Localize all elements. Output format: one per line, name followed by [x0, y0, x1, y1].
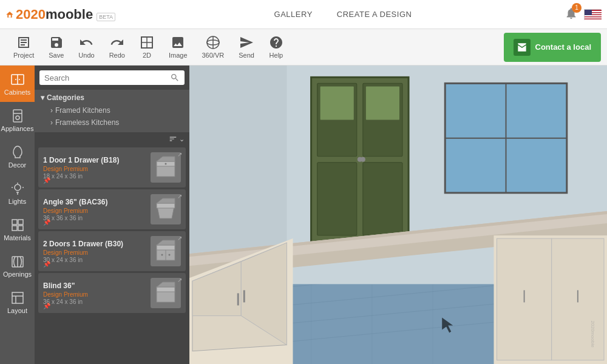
header: 2020mooble BETA GALLERY CREATE A DESIGN …	[0, 0, 607, 29]
svg-marker-43	[157, 198, 175, 203]
materials-label: Materials	[4, 234, 31, 241]
list-item[interactable]: Angle 36" (BAC36) Design Premium 36 x 36…	[38, 189, 186, 229]
item-pin-icon: 📌	[43, 303, 50, 309]
save-button[interactable]: Save	[41, 33, 71, 61]
cabinet-thumbnail	[154, 281, 178, 305]
nav-links: GALLERY CREATE A DESIGN	[121, 10, 565, 19]
svg-rect-8	[585, 10, 592, 15]
item-info: 2 Doors 1 Drawer (B30) Design Premium 30…	[43, 240, 146, 263]
svg-rect-1	[8, 15, 11, 17]
svg-rect-5	[585, 15, 602, 16]
item-thumbnail	[151, 236, 181, 266]
svg-marker-49	[157, 240, 175, 245]
cabinet-thumbnail	[154, 197, 178, 221]
svg-point-39	[165, 163, 167, 165]
svg-rect-28	[12, 220, 17, 224]
gallery-nav[interactable]: GALLERY	[274, 10, 313, 19]
category-frameless-label: Frameless Kitchens	[55, 118, 119, 127]
3d-view[interactable]: 2020mooble	[189, 66, 607, 364]
search-icon[interactable]	[170, 73, 180, 83]
svg-rect-6	[585, 17, 602, 18]
project-icon	[16, 35, 31, 50]
item-arrow-icon: ↗	[177, 193, 182, 200]
svg-rect-70	[317, 163, 357, 235]
sidebar-item-appliances[interactable]: Appliances	[0, 102, 35, 138]
item-badge: Design Premium	[43, 291, 146, 298]
list-item[interactable]: Blind 36" Design Premium 36 x 24 x 36 in…	[38, 273, 186, 313]
notification-badge[interactable]: 1	[565, 7, 578, 22]
sort-label: ⌄	[179, 135, 185, 143]
help-label: Help	[270, 52, 283, 59]
sort-icon	[169, 135, 177, 143]
search-input[interactable]	[44, 73, 166, 83]
svg-point-22	[15, 184, 21, 190]
logo-icon	[6, 6, 13, 23]
openings-icon	[10, 254, 25, 269]
image-icon	[171, 35, 185, 50]
appliances-label: Appliances	[1, 125, 34, 132]
sidebar-item-decor[interactable]: Decor	[0, 138, 35, 175]
send-label: Send	[239, 52, 254, 59]
lights-icon	[10, 181, 25, 196]
svg-rect-71	[363, 163, 402, 235]
item-name: Angle 36" (BAC36)	[43, 198, 146, 206]
svg-rect-51	[157, 287, 175, 292]
svg-rect-30	[12, 226, 17, 231]
list-item[interactable]: 2 Doors 1 Drawer (B30) Design Premium 30…	[38, 231, 186, 271]
svg-rect-31	[18, 226, 23, 231]
redo-button[interactable]: Redo	[102, 33, 132, 61]
logo-text: 2020mooble	[16, 7, 93, 22]
help-icon	[269, 35, 283, 50]
2d-label: 2D	[143, 52, 151, 59]
toolbar: Project Save Undo Redo 2D Image 360/VR S…	[0, 29, 607, 66]
item-info: Blind 36" Design Premium 36 x 24 x 36 in	[43, 281, 146, 305]
category-framed-kitchens[interactable]: › Framed Kitchens	[41, 104, 183, 116]
svg-rect-7	[585, 19, 602, 21]
redo-label: Redo	[109, 52, 125, 59]
svg-rect-34	[12, 292, 23, 303]
items-list: 1 Door 1 Drawer (B18) Design Premium 18 …	[35, 146, 189, 364]
sidebar-item-openings[interactable]: Openings	[0, 248, 35, 284]
item-arrow-icon: ↗	[177, 235, 182, 241]
us-flag	[585, 10, 602, 21]
save-label: Save	[49, 52, 64, 59]
openings-label: Openings	[3, 271, 32, 278]
item-pin-icon: 📌	[43, 261, 50, 268]
item-thumbnail	[151, 194, 181, 224]
undo-button[interactable]: Undo	[71, 33, 101, 61]
svg-point-18	[19, 79, 20, 80]
item-badge: Design Premium	[43, 207, 146, 214]
cabinet-thumbnail	[154, 155, 178, 180]
2d-button[interactable]: 2D	[132, 33, 161, 61]
sidebar-item-lights[interactable]: Lights	[0, 175, 35, 211]
sidebar-icons: Cabinets Appliances Decor Lights Materia…	[0, 66, 35, 364]
list-item[interactable]: 1 Door 1 Drawer (B18) Design Premium 18 …	[38, 147, 186, 187]
undo-icon	[79, 35, 93, 50]
item-size: 18 x 24 x 36 in	[43, 173, 146, 180]
image-button[interactable]: Image	[161, 33, 195, 61]
item-pin-icon: 📌	[43, 219, 50, 226]
help-button[interactable]: Help	[262, 33, 291, 61]
sort-button[interactable]: ⌄	[169, 135, 185, 143]
svg-rect-42	[157, 203, 175, 208]
contact-btn-label: Contact a local	[535, 42, 591, 52]
create-design-nav[interactable]: CREATE A DESIGN	[337, 10, 412, 19]
project-button[interactable]: Project	[6, 33, 41, 61]
item-info: 1 Door 1 Drawer (B18) Design Premium 18 …	[43, 156, 146, 180]
360vr-button[interactable]: 360/VR	[195, 33, 232, 61]
sidebar-item-materials[interactable]: Materials	[0, 211, 35, 248]
image-label: Image	[169, 52, 188, 59]
category-frameless-kitchens[interactable]: › Frameless Kitchens	[41, 116, 183, 129]
item-name: Blind 36"	[43, 281, 146, 290]
category-framed-label: Framed Kitchens	[55, 106, 110, 115]
materials-icon	[10, 218, 25, 232]
contact-local-button[interactable]: Contact a local	[504, 33, 601, 62]
redo-icon	[110, 35, 124, 50]
sidebar-item-cabinets[interactable]: Cabinets	[0, 66, 35, 102]
flag-icon[interactable]	[584, 9, 601, 20]
send-button[interactable]: Send	[231, 33, 262, 61]
360vr-label: 360/VR	[202, 52, 225, 59]
sidebar-item-layout[interactable]: Layout	[0, 284, 35, 320]
svg-rect-73	[366, 86, 399, 120]
main-area: Cabinets Appliances Decor Lights Materia…	[0, 66, 607, 364]
